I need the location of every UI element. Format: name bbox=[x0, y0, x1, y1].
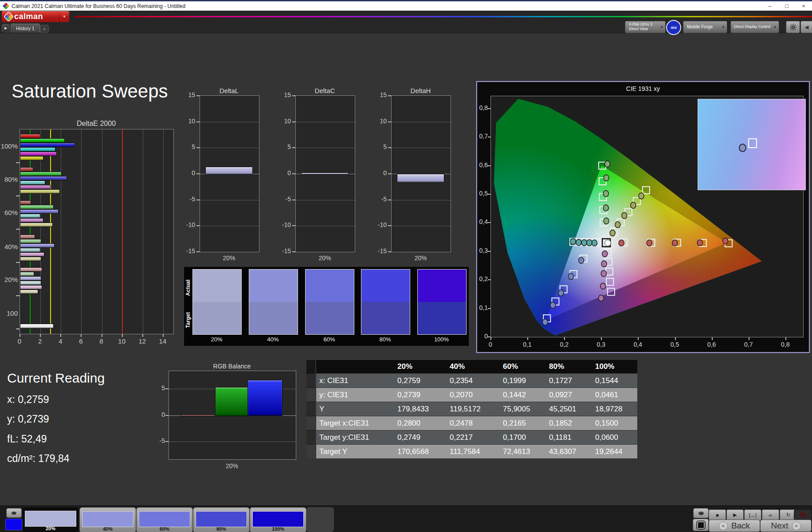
settings-button[interactable] bbox=[786, 21, 800, 33]
delta-gridline bbox=[296, 200, 355, 200]
swatch-label: 60% bbox=[305, 336, 353, 343]
stop-button[interactable]: ■ bbox=[709, 509, 726, 520]
delta-axis-tick bbox=[196, 251, 200, 252]
pattern-window-button[interactable] bbox=[693, 508, 709, 518]
meter-dropdown[interactable]: X-Rite i1Pro 3 Direct View ▼ bbox=[625, 21, 666, 33]
delta-axis-tick bbox=[292, 121, 295, 122]
delta-y-label: 10 bbox=[278, 117, 291, 125]
patch-button-20%[interactable]: 20% bbox=[23, 507, 78, 532]
calman-menu-button[interactable]: calman ▼ bbox=[2, 11, 69, 22]
deltae-axis-tick bbox=[102, 334, 102, 337]
calman-app-window: Calman 2021 Calman Ultimate for Business… bbox=[0, 0, 812, 532]
display-control-dropdown[interactable]: Direct Display Control ▼ bbox=[730, 21, 779, 33]
range-button[interactable]: [↔] bbox=[744, 509, 761, 520]
patch-button-80%[interactable]: 80% bbox=[193, 507, 250, 532]
delta-axis-tick bbox=[292, 147, 295, 148]
delta-axis-tick bbox=[292, 173, 295, 174]
cie-zoom-inset[interactable] bbox=[698, 99, 806, 190]
deltae-bar-cyan bbox=[20, 248, 40, 252]
swatch-label: 40% bbox=[249, 336, 297, 343]
table-value-cell: 0,1852 bbox=[546, 419, 592, 428]
record-indicator-button[interactable] bbox=[794, 509, 812, 520]
patch-button-40%[interactable]: 40% bbox=[79, 507, 136, 532]
deltae-ref-line-10 bbox=[122, 129, 123, 334]
collapse-tray-button[interactable] bbox=[6, 508, 22, 518]
table-row: Target Y170,6568111,758472,461343,630719… bbox=[316, 445, 637, 458]
deltae-x-label: 4 bbox=[55, 337, 66, 345]
delta-y-label: 15 bbox=[373, 91, 387, 98]
cie-x-label: 0,2 bbox=[556, 341, 572, 348]
next-button[interactable]: Next » bbox=[760, 520, 812, 532]
table-value-cell: 0,0927 bbox=[546, 391, 592, 399]
minimize-button[interactable]: – bbox=[761, 1, 778, 11]
delta-mini-title: DeltaH bbox=[382, 87, 459, 94]
collapse-panel-button[interactable]: ◀ bbox=[800, 21, 812, 33]
tab-nav-button[interactable]: ▶ bbox=[2, 24, 10, 32]
delta-y-label: 0 bbox=[182, 169, 195, 176]
cie-y-label: 0,7 bbox=[475, 133, 488, 140]
swatch-label: 80% bbox=[361, 336, 409, 343]
delta-value-bar bbox=[205, 167, 253, 175]
tab-history-1[interactable]: History 1 bbox=[11, 23, 40, 33]
maximize-button[interactable]: □ bbox=[778, 1, 795, 11]
deltae-bar-magenta bbox=[20, 152, 57, 156]
cie-measured-point-blue bbox=[550, 302, 556, 309]
delta-x-label: 20% bbox=[391, 254, 450, 262]
rgb-bar-red bbox=[181, 415, 215, 416]
rgb-axis-tick bbox=[165, 441, 169, 442]
cie-x-label: 0 bbox=[482, 341, 498, 348]
deltae-axis-tick bbox=[20, 334, 20, 337]
deltae-x-label: 2 bbox=[35, 337, 45, 345]
rgb-bar-blue bbox=[247, 380, 282, 416]
deltae-bar-yellow bbox=[20, 156, 43, 160]
play-icon: ▶ bbox=[733, 512, 737, 518]
table-value-cell: 0,2739 bbox=[394, 391, 447, 399]
table-value-cell: 0,1999 bbox=[500, 376, 546, 385]
pattern-stop-button[interactable] bbox=[693, 519, 709, 531]
deltae-gridline bbox=[143, 129, 143, 334]
calman-app-icon bbox=[3, 3, 10, 10]
rgb-y-label: -5 bbox=[153, 437, 165, 444]
delta-gridline bbox=[200, 148, 259, 148]
table-row: Y179,8433119,517275,900545,250118,9728 bbox=[316, 402, 637, 416]
cie-measured-point-magenta bbox=[599, 295, 604, 301]
table-row: x: CIE310,27590,23540,19990,17270,1544 bbox=[316, 374, 637, 387]
table-value-cell: 18,9728 bbox=[592, 405, 637, 414]
patch-button-100%[interactable]: 100% bbox=[250, 507, 306, 532]
deltae-bar-green bbox=[20, 205, 54, 209]
delta-value-bar bbox=[301, 172, 349, 175]
loop-button[interactable]: ∞ bbox=[762, 509, 779, 520]
table-gutter-cell bbox=[306, 402, 315, 416]
cie-measured-point-green bbox=[605, 161, 610, 167]
chevron-down-icon: ▼ bbox=[658, 25, 665, 29]
cie-axis-tick bbox=[564, 337, 565, 340]
cie-measured-point-green bbox=[604, 218, 609, 224]
delta-y-label: -5 bbox=[182, 196, 195, 203]
calman-menu-arrow-icon[interactable]: ▼ bbox=[59, 11, 69, 22]
source-dropdown[interactable]: Mobile Forge ▼ bbox=[683, 21, 727, 33]
patch-button-60%[interactable]: 60% bbox=[136, 507, 193, 532]
stop-icon: ■ bbox=[716, 512, 719, 518]
delta-axis-tick bbox=[196, 121, 200, 122]
delta-y-label: 0 bbox=[373, 169, 387, 176]
back-button[interactable]: « Back bbox=[709, 520, 760, 532]
play-button[interactable]: ▶ bbox=[726, 509, 744, 520]
meter-badge[interactable]: 403 bbox=[666, 20, 681, 35]
range-icon: [↔] bbox=[749, 512, 757, 518]
cie-axis-tick bbox=[488, 108, 490, 109]
deltae-group-label: 100% bbox=[0, 142, 18, 150]
table-value-cell: 111,7584 bbox=[447, 447, 500, 456]
inset-target-marker bbox=[748, 138, 757, 148]
current-patch-swatch[interactable] bbox=[5, 519, 22, 530]
table-value-cell: 0,0461 bbox=[592, 391, 637, 399]
cie-measured-point-red bbox=[672, 240, 678, 246]
close-button[interactable]: × bbox=[795, 1, 812, 11]
delta-y-label: 0 bbox=[278, 169, 291, 176]
add-tab-button[interactable]: + bbox=[40, 25, 49, 33]
delta-axis-tick bbox=[388, 225, 391, 226]
deltae-bar-cyan bbox=[20, 281, 41, 285]
delta-y-label: -5 bbox=[278, 196, 291, 203]
cie-axis-tick bbox=[488, 222, 490, 223]
calman-logo-icon bbox=[4, 12, 12, 20]
meter-mode: Direct View bbox=[629, 27, 652, 31]
